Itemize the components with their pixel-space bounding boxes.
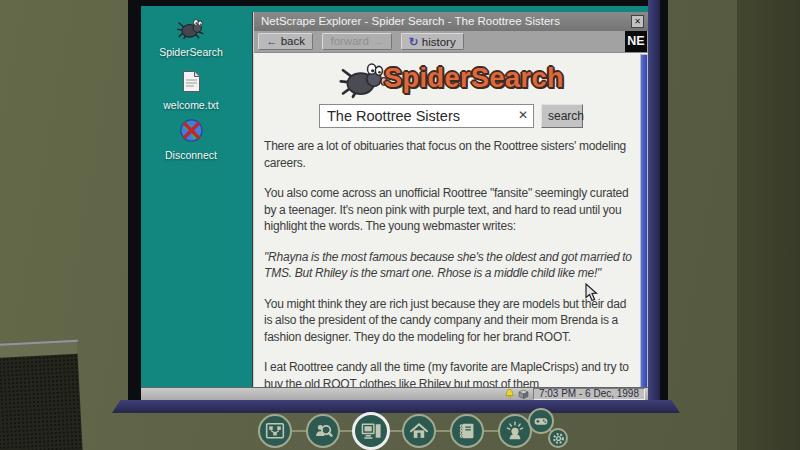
window-title: NetScrape Explorer - Spider Search - The… xyxy=(261,15,560,27)
history-label: history xyxy=(422,36,456,48)
monitor-bezel-right xyxy=(648,0,660,400)
desktop-icon-spidersearch[interactable]: SpiderSearch xyxy=(156,16,226,58)
desktop-icon-disconnect[interactable]: Disconnect xyxy=(156,118,226,161)
desktop-icon-label: Disconnect xyxy=(156,149,226,161)
search-input-wrap: ✕ xyxy=(319,104,534,128)
taskbar: 7:03 PM - 6 Dec, 1998 xyxy=(141,387,648,400)
investigate-icon xyxy=(313,421,333,441)
paragraph: You might think they are rich just becau… xyxy=(264,296,636,346)
dock-item-investigate[interactable] xyxy=(306,414,340,448)
back-button[interactable]: ← back xyxy=(258,33,313,50)
search-input[interactable] xyxy=(319,104,534,128)
dock-item-hints[interactable] xyxy=(498,414,532,448)
netscrape-logo: NE xyxy=(625,31,647,52)
dock-item-settings[interactable] xyxy=(548,428,568,448)
content-scrollbar[interactable] xyxy=(640,54,648,393)
home-icon xyxy=(409,421,429,441)
dock-item-home[interactable] xyxy=(402,414,436,448)
clear-search-icon[interactable]: ✕ xyxy=(518,108,528,122)
spider-icon xyxy=(177,16,205,40)
window-titlebar[interactable]: NetScrape Explorer - Spider Search - The… xyxy=(254,12,648,31)
monitor-bezel-bottom xyxy=(112,400,680,413)
package-icon[interactable] xyxy=(518,389,529,399)
dock-item-journal[interactable] xyxy=(450,414,484,448)
quote-paragraph: "Rhayna is the most famous because she's… xyxy=(264,249,636,282)
paragraph: There are a lot of obituaries that focus… xyxy=(264,138,636,171)
desktop-icon-label: SpiderSearch xyxy=(156,46,226,58)
wall-shadow-band xyxy=(737,0,800,450)
browser-window: NetScrape Explorer - Spider Search - The… xyxy=(253,12,648,393)
spidersearch-logo: SpiderSearch xyxy=(254,56,648,100)
spidersearch-logo-text: SpiderSearch xyxy=(384,63,564,94)
game-scene: SpiderSearch welcome.txt xyxy=(0,0,800,450)
dock-item-computer[interactable] xyxy=(352,412,390,450)
page-content: SpiderSearch ✕ search There are a lot of… xyxy=(254,54,648,393)
hints-icon xyxy=(505,421,525,441)
computer-icon xyxy=(361,421,382,442)
close-icon[interactable]: ✕ xyxy=(631,15,644,28)
desktop-icon-welcome-txt[interactable]: welcome.txt xyxy=(156,70,226,111)
search-row: ✕ search xyxy=(254,104,648,128)
search-results-text: There are a lot of obituaries that focus… xyxy=(264,138,636,392)
gear-icon xyxy=(552,432,565,445)
forward-arrow-icon: → xyxy=(372,35,384,47)
journal-icon xyxy=(457,421,477,441)
desktop-icon-label: welcome.txt xyxy=(156,99,226,111)
evidence-board-icon xyxy=(265,421,285,441)
text-file-icon xyxy=(182,70,201,93)
forward-button[interactable]: forward → xyxy=(322,33,391,50)
clock: 7:03 PM - 6 Dec, 1998 xyxy=(533,388,645,400)
forward-label: forward xyxy=(330,35,368,47)
browser-toolbar: ← back forward → ↻ history NE xyxy=(254,31,648,53)
search-button[interactable]: search xyxy=(541,104,583,128)
paragraph: You also come across an unofficial Roott… xyxy=(264,185,636,235)
history-button[interactable]: ↻ history xyxy=(401,33,464,50)
bell-icon[interactable] xyxy=(505,389,514,399)
back-label: back xyxy=(281,35,305,47)
back-arrow-icon: ← xyxy=(266,35,278,47)
speaker-grille xyxy=(0,354,83,450)
screen: SpiderSearch welcome.txt xyxy=(141,6,648,400)
controller-icon xyxy=(533,413,549,429)
history-icon: ↻ xyxy=(409,36,419,48)
scrollbar-thumb[interactable] xyxy=(641,55,647,392)
desk-speaker xyxy=(0,340,83,450)
dock-item-evidence-board[interactable] xyxy=(258,414,292,448)
spider-logo-icon xyxy=(338,57,390,99)
monitor: SpiderSearch welcome.txt xyxy=(128,0,668,400)
globe-disconnect-icon xyxy=(179,118,204,143)
